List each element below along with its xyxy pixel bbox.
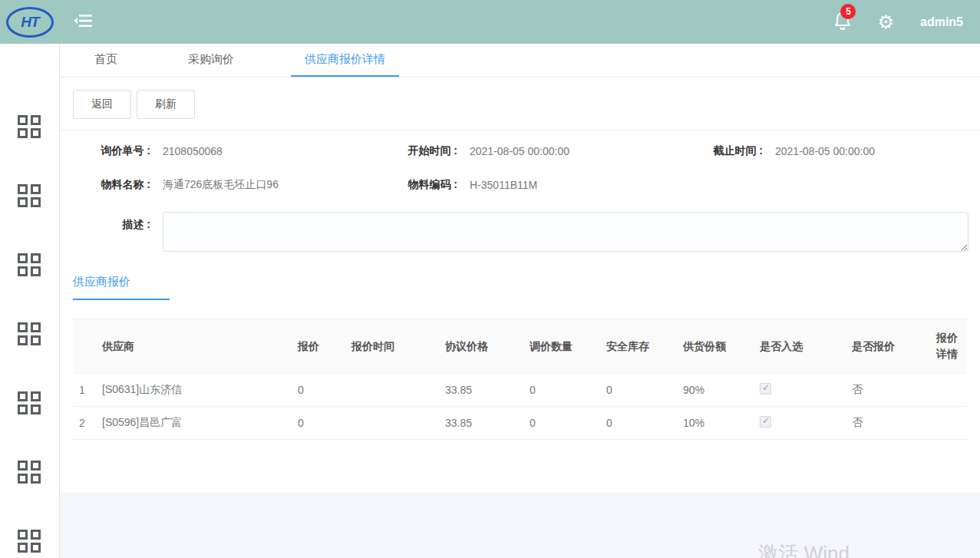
table-row: 2 [S0596]昌邑广富 0 33.85 0 0 10% 否: [73, 407, 967, 440]
col-supply-share: 供货份额: [677, 319, 754, 374]
menu-fold-icon[interactable]: [74, 12, 94, 32]
safety-stock-cell: 0: [600, 374, 677, 407]
tab-supplier-quotes[interactable]: 供应商报价: [73, 267, 170, 300]
sidebar-module-icon[interactable]: [18, 253, 42, 276]
notification-badge: 5: [840, 4, 856, 19]
sidebar-module-icon[interactable]: [18, 115, 42, 138]
supply-share-cell: 10%: [677, 407, 754, 440]
material-code-value: H-35011B11M: [470, 179, 537, 191]
material-code-label: 物料编码 :: [367, 178, 457, 192]
description-label: 描述 :: [60, 212, 150, 252]
sidebar-module-icon[interactable]: [18, 391, 42, 414]
table-row: 1 [S0631]山东济信 0 33.85 0 0 90% 否: [73, 374, 967, 407]
material-name-label: 物料名称 :: [60, 178, 150, 192]
col-index: [73, 319, 96, 374]
quote-time-cell: [345, 374, 439, 407]
checkbox-checked-icon[interactable]: [760, 383, 771, 395]
settings-gear-icon[interactable]: ⚙: [877, 13, 894, 31]
toolbar: 返回 刷新: [60, 78, 980, 130]
adjust-qty-cell: 0: [523, 407, 600, 440]
notification-bell-icon[interactable]: 5: [834, 12, 851, 32]
main-content: 首页 采购询价 供应商报价详情 返回 刷新 询价单号 : 2108050068 …: [60, 44, 980, 558]
quote-cell: 0: [292, 407, 345, 440]
activate-windows-watermark: 激活 Wind: [759, 540, 850, 558]
tab-purchase-inquiry[interactable]: 采购询价: [174, 44, 248, 77]
sidebar-module-icon[interactable]: [18, 322, 42, 345]
sidebar-module-icon[interactable]: [18, 461, 42, 484]
agreement-price-cell: 33.85: [439, 374, 523, 407]
table-header-row: 供应商 报价 报价时间 协议价格 调价数量 安全库存 供货份额 是否入选 是否报…: [73, 319, 967, 374]
quote-detail-cell: [930, 407, 967, 440]
quoted-cell: 否: [846, 374, 930, 407]
quote-time-cell: [345, 407, 439, 440]
col-quote: 报价: [292, 319, 345, 374]
quote-cell: 0: [292, 374, 345, 407]
tab-supplier-quote-detail[interactable]: 供应商报价详情: [291, 44, 399, 77]
sidebar-module-icon[interactable]: [18, 184, 42, 207]
quote-detail-cell: [930, 374, 967, 407]
col-quote-time: 报价时间: [345, 319, 439, 374]
adjust-qty-cell: 0: [523, 374, 600, 407]
tab-home[interactable]: 首页: [81, 44, 131, 77]
row-index: 2: [73, 407, 96, 440]
sidebar-module-icon[interactable]: [18, 530, 42, 553]
refresh-button[interactable]: 刷新: [137, 90, 195, 119]
selected-cell: [754, 374, 846, 407]
col-safety-stock: 安全库存: [600, 319, 677, 374]
logo-text: HT: [21, 14, 38, 31]
end-time-value: 2021-08-05 00:00:00: [775, 145, 875, 157]
inquiry-no-value: 2108050068: [163, 145, 223, 157]
col-agreement-price: 协议价格: [439, 319, 523, 374]
selected-cell: [754, 407, 846, 440]
sidebar: [0, 44, 60, 558]
supplier-cell: [S0631]山东济信: [96, 374, 292, 407]
col-selected: 是否入选: [754, 319, 846, 374]
col-quote-detail: 报价详情: [930, 319, 967, 374]
col-adjust-qty: 调价数量: [523, 319, 600, 374]
col-quoted: 是否报价: [846, 319, 930, 374]
inquiry-no-label: 询价单号 :: [60, 144, 150, 158]
material-name-value: 海通726底板毛坯止口96: [163, 178, 279, 192]
app-header: HT 5 ⚙ admin5: [0, 0, 980, 44]
inquiry-form: 询价单号 : 2108050068 开始时间 : 2021-08-05 00:0…: [60, 130, 980, 252]
end-time-label: 截止时间 :: [672, 144, 763, 158]
logo-ellipse-icon: HT: [6, 7, 54, 38]
supplier-cell: [S0596]昌邑广富: [96, 407, 292, 440]
quoted-cell: 否: [846, 407, 930, 440]
supplier-quote-table: 供应商 报价 报价时间 协议价格 调价数量 安全库存 供货份额 是否入选 是否报…: [73, 319, 967, 440]
agreement-price-cell: 33.85: [439, 407, 523, 440]
app-logo: HT: [0, 7, 60, 38]
col-supplier: 供应商: [96, 319, 292, 374]
safety-stock-cell: 0: [600, 407, 677, 440]
back-button[interactable]: 返回: [73, 90, 131, 119]
breadcrumb-tabs: 首页 采购询价 供应商报价详情: [60, 44, 980, 78]
start-time-value: 2021-08-05 00:00:00: [470, 145, 569, 157]
row-index: 1: [73, 374, 96, 407]
footer-background: 激活 Wind: [60, 493, 980, 558]
description-textarea[interactable]: [163, 212, 968, 252]
username-label[interactable]: admin5: [920, 15, 963, 29]
supplier-quote-section-tabs: 供应商报价: [73, 267, 980, 300]
checkbox-checked-icon[interactable]: [760, 416, 771, 428]
supply-share-cell: 90%: [677, 374, 754, 407]
start-time-label: 开始时间 :: [367, 144, 457, 158]
